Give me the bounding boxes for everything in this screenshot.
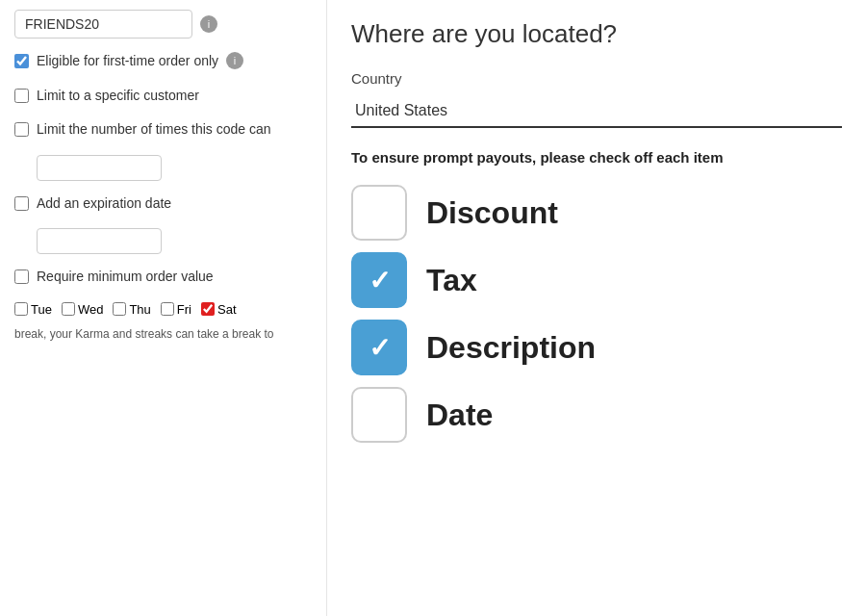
day-fri: Fri: [161, 302, 191, 317]
day-sat: Sat: [201, 302, 237, 317]
country-label: Country: [351, 70, 842, 87]
checklist-item-tax: ✓ Tax: [351, 252, 842, 308]
sub-section-2: [37, 228, 312, 254]
limit-customer-row: Limit to a specific customer: [14, 87, 312, 106]
limit-uses-checkbox[interactable]: [14, 122, 29, 137]
day-wed-checkbox[interactable]: [62, 302, 75, 316]
day-sat-label: Sat: [217, 302, 237, 317]
limit-uses-row: Limit the number of times this code can: [14, 120, 312, 140]
country-select[interactable]: United States Canada United Kingdom Aust…: [351, 94, 842, 128]
date-checkbox[interactable]: ✓: [351, 387, 407, 443]
tax-checkbox[interactable]: ✓: [351, 252, 407, 308]
minimum-order-label: Require minimum order value: [37, 268, 214, 287]
date-label: Date: [426, 398, 493, 433]
day-thu: Thu: [113, 302, 150, 317]
days-row: Tue Wed Thu Fri Sat: [14, 302, 312, 317]
day-wed-label: Wed: [78, 302, 104, 317]
country-field: Country United States Canada United King…: [351, 70, 842, 147]
checklist-item-date: ✓ Date: [351, 387, 842, 443]
discount-label: Discount: [426, 195, 558, 231]
day-thu-label: Thu: [129, 302, 150, 317]
description-checkbox[interactable]: ✓: [351, 320, 407, 375]
section-title: Where are you located?: [351, 19, 842, 49]
promo-code-input[interactable]: [14, 10, 192, 38]
day-sat-checkbox[interactable]: [201, 302, 215, 316]
first-time-info-icon[interactable]: i: [226, 52, 243, 69]
expiration-label: Add an expiration date: [37, 194, 171, 214]
limit-customer-checkbox[interactable]: [14, 89, 29, 103]
prompt-text: To ensure prompt payouts, please check o…: [351, 147, 842, 167]
day-fri-label: Fri: [177, 302, 191, 317]
limit-uses-label: Limit the number of times this code can: [37, 120, 271, 140]
checklist: ✓ Discount ✓ Tax ✓ Description ✓ Date: [351, 185, 842, 443]
promo-code-row: i: [14, 10, 312, 38]
limit-customer-label: Limit to a specific customer: [37, 87, 199, 106]
day-tue-label: Tue: [31, 302, 52, 317]
break-text: break, your Karma and streaks can take a…: [14, 326, 312, 343]
expiration-row: Add an expiration date: [14, 194, 312, 214]
expiration-checkbox[interactable]: [14, 196, 29, 211]
first-time-row: Eligible for first-time order only i: [14, 52, 312, 71]
right-panel: Where are you located? Country United St…: [327, 0, 866, 616]
first-time-checkbox[interactable]: [14, 54, 29, 68]
description-check-icon: ✓: [369, 332, 391, 364]
day-wed: Wed: [62, 302, 104, 317]
sub-input-2[interactable]: [37, 228, 162, 254]
left-panel: i Eligible for first-time order only i L…: [0, 0, 327, 616]
tax-check-icon: ✓: [369, 265, 391, 296]
day-tue-checkbox[interactable]: [14, 302, 28, 316]
first-time-label: Eligible for first-time order only: [37, 52, 218, 71]
day-tue: Tue: [14, 302, 52, 317]
day-thu-checkbox[interactable]: [113, 302, 126, 316]
minimum-order-row: Require minimum order value: [14, 268, 312, 287]
tax-label: Tax: [426, 263, 477, 298]
discount-checkbox[interactable]: ✓: [351, 185, 407, 241]
promo-info-icon[interactable]: i: [200, 15, 217, 33]
checklist-item-description: ✓ Description: [351, 320, 842, 375]
day-fri-checkbox[interactable]: [161, 302, 174, 316]
description-label: Description: [426, 330, 596, 366]
minimum-order-checkbox[interactable]: [14, 270, 29, 284]
checklist-item-discount: ✓ Discount: [351, 185, 842, 241]
sub-section-1: [37, 155, 312, 181]
sub-input-1[interactable]: [37, 155, 162, 181]
